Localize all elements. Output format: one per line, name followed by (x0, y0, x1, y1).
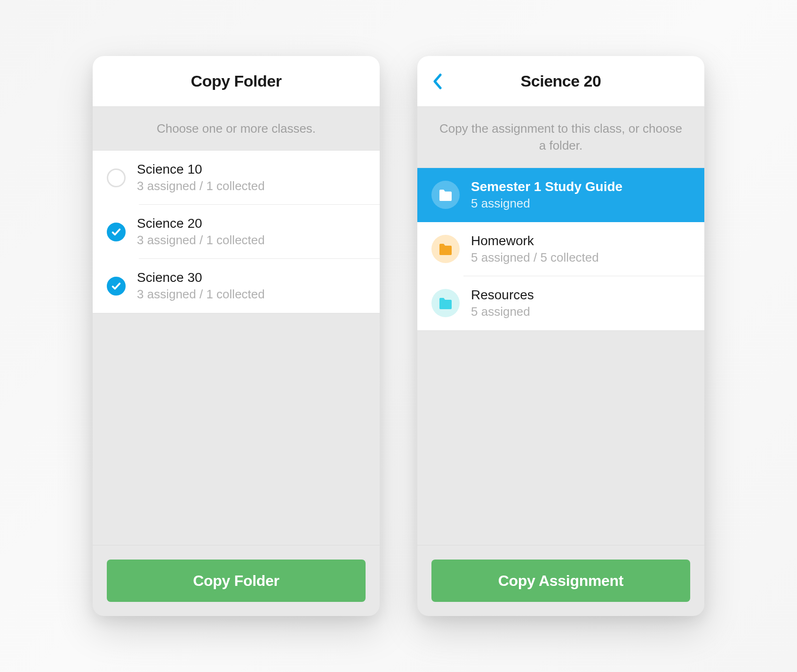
folder-icon-wrapper (431, 181, 460, 209)
folder-name: Resources (471, 288, 534, 303)
page-title: Copy Folder (191, 72, 282, 90)
folder-item-homework[interactable]: Homework 5 assigned / 5 collected (417, 222, 704, 276)
item-text: Science 10 3 assigned / 1 collected (137, 162, 265, 193)
radio-checked-icon (107, 223, 126, 241)
radio-unchecked-icon (107, 168, 126, 187)
item-text: Resources 5 assigned (471, 288, 534, 319)
footer: Copy Assignment (417, 545, 704, 616)
copy-assignment-button[interactable]: Copy Assignment (431, 560, 690, 602)
class-name: Science 10 (137, 162, 265, 177)
spacer (93, 313, 380, 545)
checkmark-icon (111, 281, 121, 291)
copy-assignment-screen: Science 20 Copy the assignment to this c… (417, 56, 704, 616)
folder-icon-wrapper (431, 289, 460, 317)
folder-list: Semester 1 Study Guide 5 assigned Homewo… (417, 168, 704, 331)
class-list: Science 10 3 assigned / 1 collected Scie… (93, 150, 380, 313)
instruction-text: Copy the assignment to this class, or ch… (417, 107, 704, 168)
folder-icon (438, 243, 453, 255)
folder-stats: 5 assigned / 5 collected (471, 250, 599, 265)
class-stats: 3 assigned / 1 collected (137, 233, 265, 248)
header: Science 20 (417, 56, 704, 107)
copy-folder-button[interactable]: Copy Folder (107, 560, 366, 602)
folder-stats: 5 assigned (471, 304, 534, 319)
folder-icon-wrapper (431, 235, 460, 263)
folder-item-resources[interactable]: Resources 5 assigned (417, 276, 704, 330)
item-text: Semester 1 Study Guide 5 assigned (471, 179, 622, 211)
folder-icon (438, 297, 453, 309)
spacer (417, 331, 704, 545)
folder-icon (438, 189, 453, 201)
class-item-science-10[interactable]: Science 10 3 assigned / 1 collected (93, 151, 380, 205)
class-name: Science 30 (137, 270, 265, 285)
page-title: Science 20 (521, 72, 601, 90)
folder-name: Semester 1 Study Guide (471, 179, 622, 194)
header: Copy Folder (93, 56, 380, 107)
item-text: Science 20 3 assigned / 1 collected (137, 216, 265, 248)
item-text: Homework 5 assigned / 5 collected (471, 233, 599, 265)
class-item-science-20[interactable]: Science 20 3 assigned / 1 collected (93, 205, 380, 259)
checkmark-icon (111, 227, 121, 237)
footer: Copy Folder (93, 545, 380, 616)
class-name: Science 20 (137, 216, 265, 231)
folder-name: Homework (471, 233, 599, 248)
class-item-science-30[interactable]: Science 30 3 assigned / 1 collected (93, 259, 380, 313)
folder-stats: 5 assigned (471, 196, 622, 211)
item-text: Science 30 3 assigned / 1 collected (137, 270, 265, 302)
copy-folder-screen: Copy Folder Choose one or more classes. … (93, 56, 380, 616)
back-button[interactable] (430, 71, 445, 92)
class-stats: 3 assigned / 1 collected (137, 287, 265, 302)
radio-checked-icon (107, 277, 126, 296)
chevron-left-icon (433, 73, 442, 89)
instruction-text: Choose one or more classes. (93, 107, 380, 150)
folder-item-semester-1[interactable]: Semester 1 Study Guide 5 assigned (417, 168, 704, 222)
class-stats: 3 assigned / 1 collected (137, 179, 265, 193)
